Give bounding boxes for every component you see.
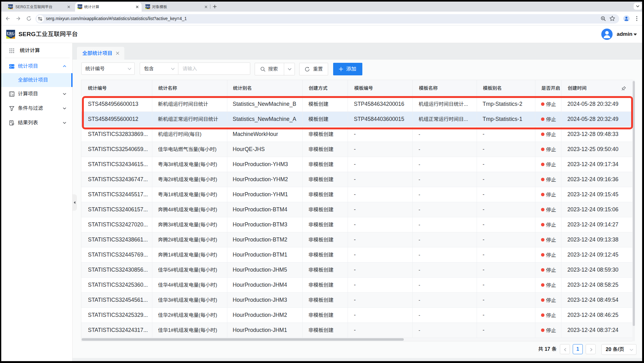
svg-text:ERG: ERG [78,5,82,8]
svg-text:ERG: ERG [8,5,13,8]
svg-text:ERG: ERG [145,5,150,8]
svg-text:Sample: Sample [9,35,13,37]
svg-text:ERG: ERG [7,31,15,35]
